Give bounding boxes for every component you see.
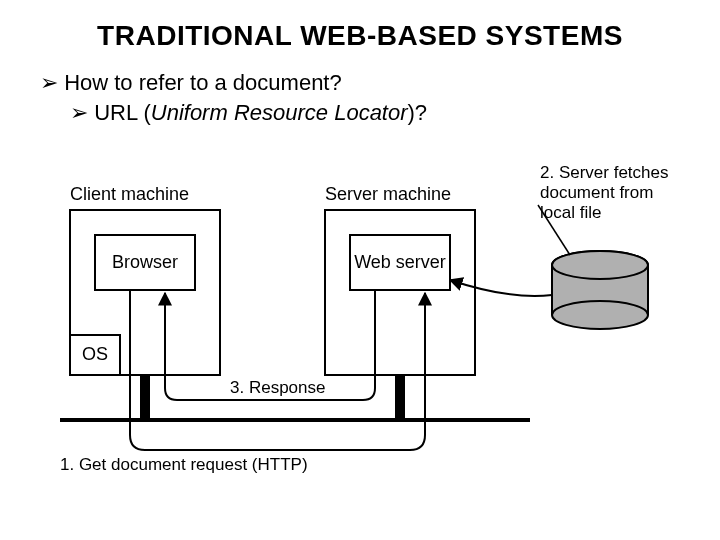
browser-label: Browser (112, 252, 178, 272)
step1-label: 1. Get document request (HTTP) (60, 455, 308, 474)
server-connector (395, 375, 405, 420)
web-server-label: Web server (354, 252, 446, 272)
client-machine-label: Client machine (70, 184, 189, 204)
step3-label: 3. Response (230, 378, 325, 397)
bullet-2-italic: Uniform Resource Locator (151, 100, 408, 125)
architecture-diagram: Client machine Browser OS Server machine… (40, 160, 680, 480)
bullet-2-suffix: )? (408, 100, 428, 125)
client-connector (140, 375, 150, 420)
bullet-level-1: How to refer to a document? (40, 70, 342, 96)
step2-label-line2: document from (540, 183, 653, 202)
server-machine-label: Server machine (325, 184, 451, 204)
step2-label-line3: local file (540, 203, 601, 222)
database-icon (552, 251, 648, 329)
bullet-2-prefix: URL ( (94, 100, 151, 125)
bullet-level-2: URL (Uniform Resource Locator)? (70, 100, 427, 126)
slide-title: TRADITIONAL WEB-BASED SYSTEMS (0, 20, 720, 52)
svg-point-5 (552, 251, 648, 279)
step2-label-line1: 2. Server fetches (540, 163, 669, 182)
os-label: OS (82, 344, 108, 364)
svg-point-4 (552, 301, 648, 329)
